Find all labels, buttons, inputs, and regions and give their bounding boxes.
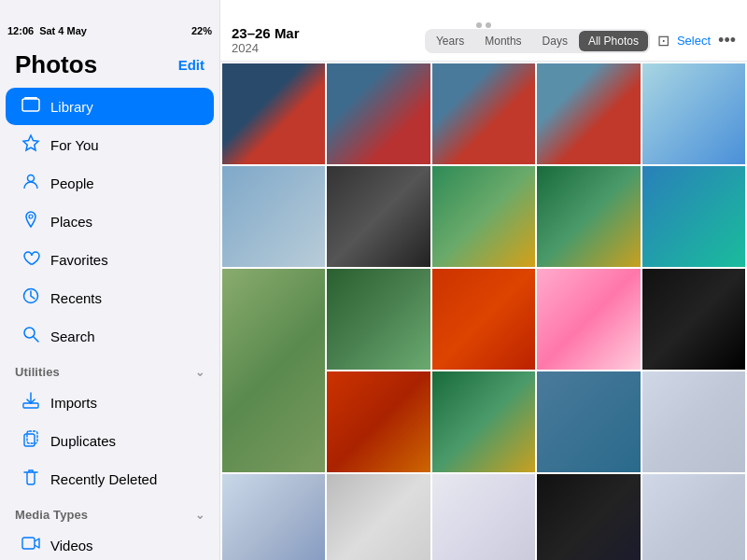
select-button[interactable]: Select — [677, 34, 711, 48]
sidebar-item-search-label: Search — [50, 329, 95, 344]
svg-point-6 — [24, 328, 35, 338]
svg-point-4 — [29, 215, 33, 218]
photo-cell[interactable] — [537, 474, 640, 560]
photo-grid[interactable] — [220, 62, 747, 560]
tab-months[interactable]: Months — [475, 31, 530, 51]
photo-cell[interactable] — [327, 63, 430, 164]
tab-years[interactable]: Years — [427, 31, 473, 51]
photo-cell[interactable] — [432, 474, 535, 560]
photo-cell[interactable] — [537, 166, 640, 267]
for-you-icon — [21, 133, 41, 156]
photo-cell[interactable] — [642, 166, 745, 267]
photo-cell[interactable] — [327, 371, 430, 472]
photo-cell[interactable] — [432, 269, 535, 370]
photo-cell[interactable] — [222, 63, 325, 164]
sidebar-item-people[interactable]: People — [6, 164, 214, 202]
photo-cell[interactable] — [222, 166, 325, 267]
recents-icon — [21, 287, 41, 309]
battery-label: 22% — [191, 25, 212, 36]
svg-marker-2 — [23, 135, 38, 150]
svg-rect-1 — [24, 97, 37, 99]
places-icon — [21, 210, 41, 232]
photo-cell[interactable] — [222, 474, 325, 560]
sidebar-item-recents-label: Recents — [50, 290, 102, 306]
status-date: Sat 4 May — [39, 25, 87, 36]
media-types-label: Media Types — [15, 508, 88, 522]
main-content: 23–26 Mar 2024 Years Months Days All Pho… — [220, 0, 747, 560]
recently-deleted-icon — [21, 468, 41, 490]
sidebar-item-imports-label: Imports — [50, 395, 97, 411]
videos-icon — [21, 534, 41, 556]
imports-icon — [21, 391, 41, 413]
photo-cell[interactable] — [642, 269, 745, 370]
svg-line-7 — [34, 337, 38, 342]
status-right: 22% — [191, 25, 212, 36]
photo-cell[interactable] — [642, 371, 745, 472]
aspect-ratio-icon[interactable]: ⊡ — [657, 32, 669, 49]
more-icon[interactable]: ••• — [718, 31, 736, 50]
status-time: 12:06 — [7, 25, 34, 36]
sidebar-item-favorites-label: Favorites — [50, 252, 108, 268]
photo-cell[interactable] — [537, 269, 640, 370]
photo-cell[interactable] — [327, 269, 430, 370]
media-types-section: Media Types ⌄ — [0, 498, 219, 525]
drag-indicator — [476, 22, 491, 28]
sidebar-item-favorites[interactable]: Favorites — [6, 241, 214, 278]
photo-cell[interactable] — [537, 63, 640, 164]
sidebar-item-places-label: Places — [50, 214, 92, 230]
svg-rect-12 — [22, 538, 35, 549]
photo-cell[interactable] — [537, 371, 640, 472]
sidebar-item-places[interactable]: Places — [6, 203, 214, 240]
utilities-section: Utilities ⌄ — [0, 356, 219, 383]
people-icon — [21, 172, 41, 194]
sidebar-item-recently-deleted-label: Recently Deleted — [50, 471, 157, 487]
sidebar-item-recents[interactable]: Recents — [6, 279, 214, 316]
drag-dot — [476, 22, 482, 28]
duplicates-icon — [21, 429, 41, 452]
sidebar-item-imports[interactable]: Imports — [6, 384, 214, 421]
photo-cell[interactable] — [222, 269, 325, 472]
tab-days[interactable]: Days — [533, 31, 577, 51]
utilities-label: Utilities — [15, 365, 60, 379]
photo-cell[interactable] — [327, 474, 430, 560]
sidebar: 12:06 Sat 4 May 22% Photos Edit Library … — [0, 0, 220, 560]
library-icon — [21, 95, 41, 118]
sidebar-item-recently-deleted[interactable]: Recently Deleted — [6, 460, 214, 497]
sidebar-item-duplicates[interactable]: Duplicates — [6, 422, 214, 459]
photo-cell[interactable] — [327, 166, 430, 267]
status-bar: 12:06 Sat 4 May 22% — [0, 21, 219, 41]
sidebar-item-videos[interactable]: Videos — [6, 526, 214, 560]
photo-cell[interactable] — [432, 166, 535, 267]
edit-button[interactable]: Edit — [178, 57, 204, 73]
view-tabs: Years Months Days All Photos — [425, 29, 650, 53]
sidebar-item-for-you[interactable]: For You — [6, 126, 214, 163]
top-bar: 23–26 Mar 2024 Years Months Days All Pho… — [220, 21, 747, 62]
media-types-chevron[interactable]: ⌄ — [195, 509, 204, 522]
photo-cell[interactable] — [642, 474, 745, 560]
date-range-container: 23–26 Mar 2024 — [232, 26, 300, 55]
sidebar-item-for-you-label: For You — [50, 137, 99, 153]
utilities-chevron[interactable]: ⌄ — [195, 366, 204, 379]
sidebar-item-people-label: People — [50, 175, 94, 191]
date-range: 23–26 Mar — [232, 26, 300, 42]
photo-cell[interactable] — [432, 63, 535, 164]
sidebar-item-search[interactable]: Search — [6, 317, 214, 355]
status-left: 12:06 Sat 4 May — [7, 25, 87, 36]
svg-rect-11 — [27, 431, 37, 443]
svg-rect-10 — [24, 434, 35, 446]
sidebar-item-duplicates-label: Duplicates — [50, 433, 116, 449]
sidebar-item-library[interactable]: Library — [6, 88, 214, 125]
search-icon — [21, 325, 41, 347]
drag-dot — [486, 22, 491, 28]
sidebar-item-library-label: Library — [50, 99, 93, 115]
svg-rect-0 — [22, 99, 39, 111]
date-year: 2024 — [232, 42, 300, 55]
photos-title: Photos — [15, 50, 97, 79]
favorites-icon — [21, 248, 41, 271]
photo-cell[interactable] — [642, 63, 745, 164]
top-bar-actions: ⊡ Select ••• — [657, 31, 736, 50]
sidebar-item-videos-label: Videos — [50, 538, 93, 553]
photo-cell[interactable] — [432, 371, 535, 472]
sidebar-title-area: Photos Edit — [0, 41, 219, 87]
tab-all-photos[interactable]: All Photos — [579, 31, 648, 51]
